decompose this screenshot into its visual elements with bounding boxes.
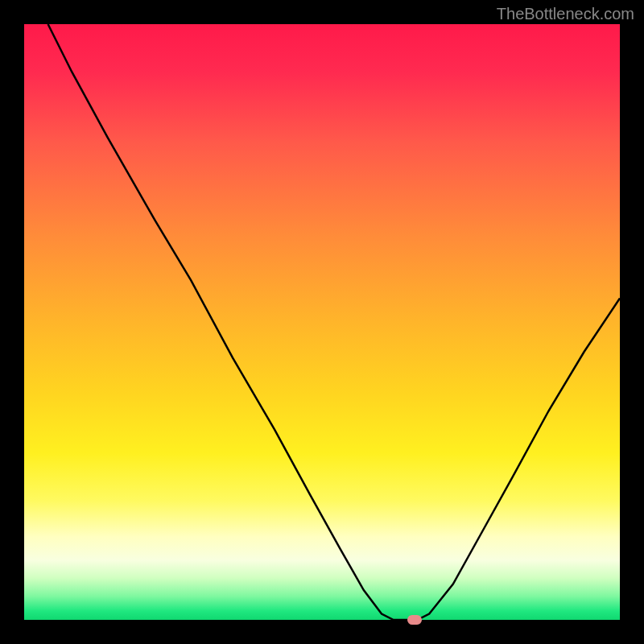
plot-area (24, 24, 620, 620)
optimal-point-marker (407, 615, 422, 625)
gradient-background (24, 24, 620, 620)
watermark-text: TheBottleneck.com (497, 5, 634, 23)
chart-svg (24, 24, 620, 620)
